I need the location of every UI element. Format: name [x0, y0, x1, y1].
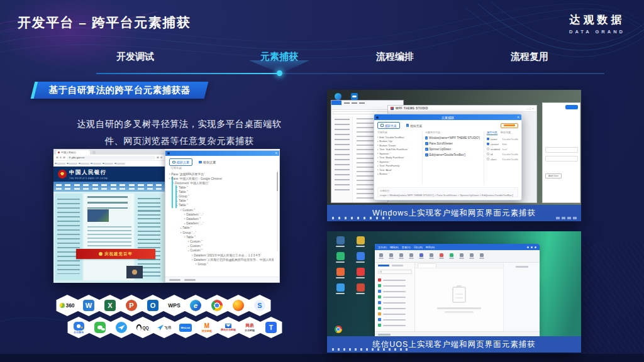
sidebar-tabs[interactable]: [375, 263, 414, 268]
activity-list-item[interactable]: [378, 277, 411, 283]
new-tab-icon[interactable]: [92, 151, 96, 154]
ribbon-tab[interactable]: [359, 102, 365, 104]
menu-item[interactable]: 运行(R): [414, 246, 423, 249]
wps-writer-icon[interactable]: [353, 252, 367, 263]
tree-node[interactable]: ▸ Document '中国人民银行': [169, 180, 274, 185]
activity-list-item[interactable]: [378, 317, 411, 322]
checkbox-icon[interactable]: [487, 143, 489, 145]
file-menu-tab[interactable]: [331, 101, 341, 105]
tree-node[interactable]: ▸ Button '': [377, 172, 418, 177]
tree-node[interactable]: ▸ Table '': [169, 203, 274, 207]
scrollbar-thumb[interactable]: [277, 172, 279, 191]
footer-tab[interactable]: [184, 279, 196, 281]
similar-element-chip[interactable]: ✓ 相似元素: [404, 123, 425, 128]
url-field[interactable]: pbc.gov.cn: [67, 156, 156, 160]
computer-icon[interactable]: [333, 236, 347, 247]
toolbar-icon[interactable]: [479, 253, 484, 260]
chrome-desktop-icon[interactable]: [335, 326, 342, 333]
tree-node[interactable]: ▸ Custom '': [169, 248, 274, 253]
path-node[interactable]: ✓ Spinner.UpDown: [425, 146, 480, 152]
path-node[interactable]: ✓ Edit[name='DoubleTextBox']: [425, 152, 480, 158]
bookmark-item[interactable]: [80, 163, 89, 165]
wps-slides-icon[interactable]: [333, 268, 347, 278]
bookmark-item[interactable]: [116, 163, 125, 165]
toolbar-icon[interactable]: [419, 253, 424, 260]
activity-list-item[interactable]: [378, 294, 411, 300]
toolbar-icon[interactable]: [469, 253, 474, 260]
tree-node[interactable]: ▸ Custom '': [169, 208, 274, 212]
path-node[interactable]: ✓ Window[name='WPF THEME STUDIO']: [425, 135, 480, 141]
wps-pdf-icon[interactable]: [333, 283, 347, 294]
tree-node[interactable]: ▸ Table '': [169, 235, 274, 239]
capture-element-chip[interactable]: 捕获元素: [169, 158, 192, 166]
menu-item[interactable]: 帮助(H): [426, 246, 435, 249]
prop-row[interactable]: class 'DoubleTextBox': [487, 156, 518, 162]
tree-node[interactable]: ▸ Group '': [169, 194, 274, 199]
wps-office-icon[interactable]: [353, 268, 367, 278]
footer-tab[interactable]: [169, 279, 180, 281]
tree-node[interactable]: ▸ Table '': [169, 185, 274, 190]
activity-list-item[interactable]: [378, 300, 411, 305]
primary-button[interactable]: [565, 105, 578, 109]
tree-node[interactable]: ▸ Table '': [169, 226, 274, 230]
prop-row[interactable]: enabled 'true': [487, 146, 518, 151]
scrollbar[interactable]: [277, 170, 279, 251]
checkbox-icon[interactable]: [487, 153, 489, 155]
tree-node[interactable]: ▸ Group '': [169, 262, 274, 266]
back-icon[interactable]: [56, 156, 58, 159]
menu-item[interactable]: 编辑(E): [390, 246, 399, 249]
prop-row[interactable]: control 'Edit': [487, 141, 518, 146]
activity-list-item[interactable]: [378, 311, 411, 317]
checkbox-icon[interactable]: [487, 148, 489, 150]
recycle-bin-icon[interactable]: [353, 236, 367, 247]
wps-sheet-icon[interactable]: [333, 252, 347, 263]
menu-item[interactable]: 查看(V): [402, 246, 411, 249]
bookmark-item[interactable]: [92, 163, 101, 165]
search-input[interactable]: [378, 270, 412, 274]
ribbon-tab[interactable]: [344, 102, 350, 104]
toolbar-icon[interactable]: [439, 253, 444, 260]
star-icon[interactable]: [157, 156, 159, 159]
close-icon[interactable]: ✕: [517, 114, 519, 120]
forward-icon[interactable]: [60, 156, 62, 159]
bookmark-item[interactable]: [57, 163, 65, 165]
tree-node[interactable]: ▸ DataItem '2021年中国人民银行工作会… 1 2 3 4 5': [169, 253, 274, 257]
activity-list-item[interactable]: [378, 288, 411, 294]
toolbar-icon[interactable]: [449, 253, 454, 260]
tree-node[interactable]: ▸ Custom '': [169, 239, 274, 244]
checkbox-icon[interactable]: [487, 158, 489, 160]
toolbar-icon[interactable]: [409, 253, 414, 260]
toolbar-icon[interactable]: [389, 253, 394, 260]
tree-node[interactable]: ▸ Table '': [169, 190, 274, 194]
tree-node[interactable]: ▸ Custom '': [169, 244, 274, 248]
toolbar-icon[interactable]: [399, 253, 404, 260]
menu-item[interactable]: 文件(F): [378, 246, 387, 249]
props-tab-active[interactable]: 属性信息: [487, 131, 497, 135]
input-field[interactable]: [545, 156, 578, 162]
tree-node[interactable]: ▸ DataItem '人民银行召开金融机构货币信贷形势… 中国人民银行公告（2…: [169, 258, 274, 262]
prop-row[interactable]: id 'DoubleTextBox': [487, 151, 518, 156]
toolbar-icon[interactable]: [459, 253, 464, 260]
checkbox-icon[interactable]: [487, 138, 489, 140]
input-field[interactable]: [545, 147, 578, 153]
tab-dev-debug[interactable]: 开发调试: [116, 51, 154, 63]
add-user-button[interactable]: Add User: [545, 173, 562, 178]
close-icon[interactable]: ✕: [275, 151, 277, 156]
toolbar-icon[interactable]: [429, 253, 434, 260]
reload-icon[interactable]: [63, 156, 65, 159]
menu-icon[interactable]: [160, 156, 163, 159]
activity-list-item[interactable]: [378, 305, 411, 311]
tree-node[interactable]: ▸ DataItem '…': [169, 212, 274, 217]
prop-row[interactable]: name 'DoubleTextBox': [487, 136, 518, 141]
tree-node[interactable]: ▸ Table '': [169, 199, 274, 203]
activity-list-item[interactable]: [378, 283, 411, 288]
tree-node[interactable]: ▸ Pane '达观RPA开发平台': [169, 172, 274, 176]
bookmark-item[interactable]: [104, 163, 113, 165]
path-node[interactable]: ✓ Pane.ScrollViewer: [425, 141, 480, 146]
window-controls[interactable]: — ▢ ✕: [526, 107, 534, 110]
bookmark-item[interactable]: [69, 163, 77, 165]
window-controls[interactable]: [527, 246, 536, 248]
shell-file-icon[interactable]: [353, 283, 367, 294]
tab-flow-reuse[interactable]: 流程复用: [511, 51, 548, 63]
toolbar-icon[interactable]: [379, 253, 384, 260]
